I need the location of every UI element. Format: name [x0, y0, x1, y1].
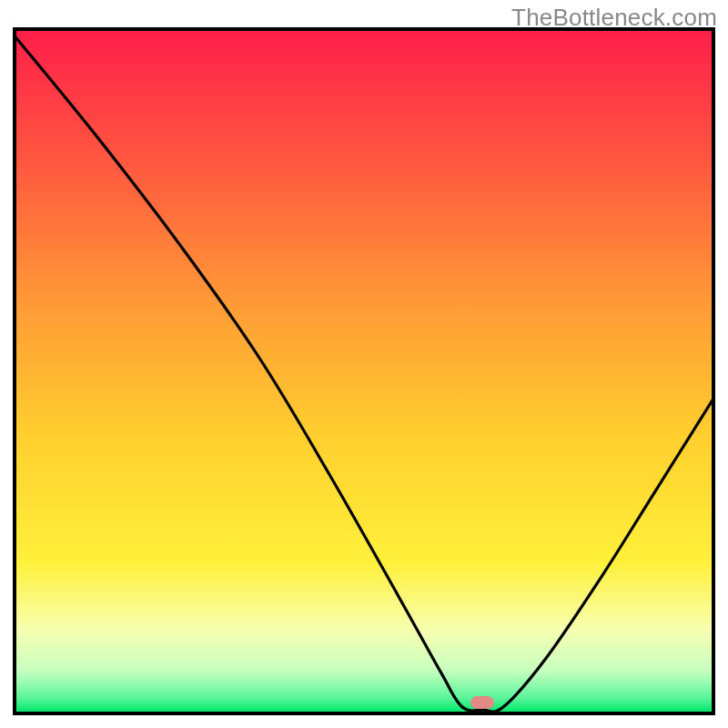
plot-background: [16, 31, 712, 712]
optimal-point-marker: [470, 696, 494, 709]
chart-container: TheBottleneck.com: [0, 0, 728, 728]
bottleneck-plot: [0, 0, 728, 728]
watermark-text: TheBottleneck.com: [511, 4, 717, 32]
